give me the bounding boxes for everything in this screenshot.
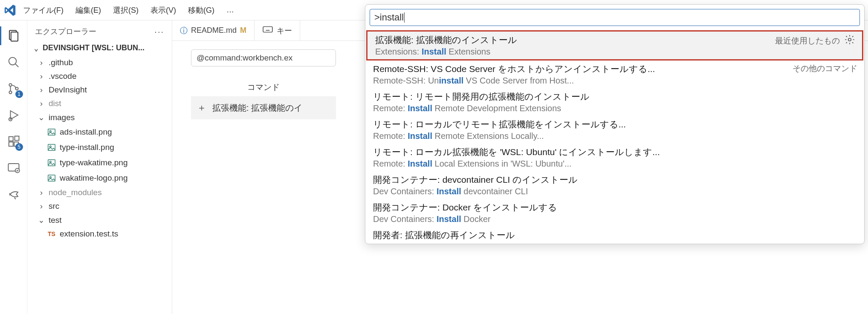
plus-icon: ＋ bbox=[197, 101, 206, 114]
chevron-right-icon: › bbox=[38, 188, 45, 197]
run-debug-icon[interactable] bbox=[6, 107, 21, 123]
tree-folder[interactable]: ›src bbox=[27, 199, 172, 213]
tree-folder[interactable]: ›.vscode bbox=[27, 69, 172, 83]
tree-folder[interactable]: ›node_modules bbox=[27, 186, 172, 199]
palette-item[interactable]: Remote-SSH: VS Code Server をホストからアンインストー… bbox=[365, 60, 864, 88]
chevron-down-icon: ⌄ bbox=[32, 43, 40, 52]
tree-file[interactable]: wakatime-logo.png bbox=[27, 170, 172, 186]
chevron-right-icon: › bbox=[38, 72, 45, 81]
palette-item-main: 開発コンテナー: devcontainer CLI のインストール bbox=[373, 174, 578, 186]
svg-rect-10 bbox=[9, 142, 13, 146]
chevron-down-icon: ⌄ bbox=[38, 112, 45, 122]
menu-select[interactable]: 選択(S) bbox=[107, 3, 145, 18]
palette-item-sub: Dev Containers: Install devcontainer CLI bbox=[373, 187, 578, 196]
share-icon[interactable] bbox=[6, 187, 21, 202]
cmd-column-header: コマンド bbox=[191, 78, 336, 96]
palette-item-right: その他のコマンド bbox=[793, 63, 857, 74]
svg-point-5 bbox=[9, 91, 12, 94]
modified-badge: M bbox=[240, 26, 246, 35]
palette-item-main: リモート: ローカル拡張機能を 'WSL: Ubuntu' にインストールします… bbox=[373, 146, 660, 158]
sidebar-section[interactable]: ⌄ DEVINSIGHT [WSL: UBUN... bbox=[27, 41, 172, 55]
tree-label: extension.test.ts bbox=[60, 229, 118, 239]
palette-item-right: 最近使用したもの bbox=[775, 34, 855, 47]
scm-badge: 1 bbox=[15, 90, 23, 98]
chevron-right-icon: › bbox=[38, 202, 45, 211]
svg-rect-21 bbox=[48, 175, 55, 181]
palette-input[interactable]: >install bbox=[370, 9, 860, 26]
palette-item[interactable]: リモート: ローカル拡張機能を 'WSL: Ubuntu' にインストールします… bbox=[365, 144, 864, 171]
palette-list: 拡張機能: 拡張機能のインストールExtensions: Install Ext… bbox=[365, 30, 864, 244]
filter-input[interactable]: @command:workbench.ex bbox=[191, 49, 336, 66]
sidebar-title: エクスプローラー bbox=[35, 26, 96, 37]
cmd-row-label: 拡張機能: 拡張機能のイ bbox=[212, 102, 302, 114]
svg-rect-23 bbox=[263, 27, 272, 32]
ts-file-icon: TS bbox=[47, 230, 56, 237]
tree-label: test bbox=[49, 216, 62, 225]
tab-label: キー bbox=[277, 26, 292, 36]
menu-file[interactable]: ファイル(F) bbox=[17, 3, 69, 18]
sidebar-section-label: DEVINSIGHT [WSL: UBUN... bbox=[43, 43, 145, 52]
palette-item-main: Remote-SSH: VS Code Server をホストからアンインストー… bbox=[373, 63, 655, 75]
palette-item[interactable]: 開発者: 拡張機能の再インストール bbox=[365, 227, 864, 244]
palette-item[interactable]: 拡張機能: 拡張機能のインストールExtensions: Install Ext… bbox=[366, 30, 863, 60]
tree-file[interactable]: ads-install.png bbox=[27, 124, 172, 140]
palette-item-main: リモート: ローカルでリモート拡張機能をインストールする... bbox=[373, 118, 626, 130]
palette-item-main: 開発コンテナー: Docker をインストールする bbox=[373, 202, 557, 213]
image-file-icon bbox=[47, 173, 56, 184]
chevron-down-icon: ⌄ bbox=[38, 215, 45, 225]
tree-file[interactable]: TSextension.test.ts bbox=[27, 227, 172, 241]
info-icon: ⓘ bbox=[180, 26, 188, 36]
tree-label: wakatime-logo.png bbox=[60, 173, 127, 183]
extensions-icon[interactable]: 5 bbox=[6, 134, 21, 149]
svg-rect-19 bbox=[48, 160, 55, 166]
tree-folder[interactable]: ›DevInsight bbox=[27, 83, 172, 97]
palette-item[interactable]: 開発コンテナー: Docker をインストールするDev Containers:… bbox=[365, 199, 864, 227]
text-cursor bbox=[404, 12, 405, 23]
palette-item-sub: Remote: Install Remote Development Exten… bbox=[373, 104, 590, 113]
chevron-right-icon: › bbox=[38, 99, 45, 108]
tree-label: DevInsight bbox=[49, 85, 87, 95]
tree-folder[interactable]: ⌄test bbox=[27, 213, 172, 227]
tree-folder[interactable]: ›.github bbox=[27, 56, 172, 69]
menu-more[interactable]: … bbox=[220, 3, 240, 17]
tree-file[interactable]: type-install.png bbox=[27, 140, 172, 155]
explorer-icon[interactable] bbox=[6, 28, 21, 43]
palette-item-main: 開発者: 拡張機能の再インストール bbox=[373, 229, 515, 241]
file-tree: ›.github ›.vscode ›DevInsight ›dist ⌄ima… bbox=[27, 55, 172, 241]
image-file-icon bbox=[47, 157, 56, 168]
tree-label: .vscode bbox=[49, 72, 76, 81]
search-icon[interactable] bbox=[6, 55, 21, 70]
gear-icon[interactable] bbox=[844, 34, 855, 47]
tree-label: dist bbox=[49, 99, 61, 108]
cmd-list-row[interactable]: ＋ 拡張機能: 拡張機能のイ bbox=[191, 96, 336, 119]
tree-label: src bbox=[49, 202, 59, 211]
palette-item[interactable]: リモート: ローカルでリモート拡張機能をインストールする...Remote: I… bbox=[365, 116, 864, 144]
tree-folder[interactable]: ⌄images bbox=[27, 110, 172, 124]
tree-folder[interactable]: ›dist bbox=[27, 97, 172, 110]
tab-label: README.md bbox=[191, 26, 237, 35]
remote-explorer-icon[interactable] bbox=[6, 160, 21, 176]
svg-point-29 bbox=[848, 38, 851, 41]
palette-item-sub: Remote: Install Local Extensions in 'WSL… bbox=[373, 159, 660, 169]
vscode-logo-icon bbox=[3, 3, 17, 17]
image-file-icon bbox=[47, 127, 56, 138]
tab-readme[interactable]: ⓘ README.md M bbox=[172, 20, 255, 40]
tab-shortcuts[interactable]: キー bbox=[255, 20, 300, 40]
palette-item-sub: Extensions: Install Extensions bbox=[375, 47, 517, 57]
palette-item[interactable]: リモート: リモート開発用の拡張機能のインストールRemote: Install… bbox=[365, 88, 864, 116]
sidebar-more-icon[interactable]: ··· bbox=[154, 27, 164, 37]
palette-item[interactable]: 開発コンテナー: devcontainer CLI のインストールDev Con… bbox=[365, 171, 864, 199]
image-file-icon bbox=[47, 142, 56, 153]
svg-rect-12 bbox=[14, 136, 19, 141]
menu-view[interactable]: 表示(V) bbox=[145, 3, 182, 18]
menu-edit[interactable]: 編集(E) bbox=[69, 3, 107, 18]
scm-icon[interactable]: 1 bbox=[6, 81, 21, 96]
tree-file[interactable]: type-wakatime.png bbox=[27, 155, 172, 170]
svg-rect-17 bbox=[48, 144, 55, 151]
palette-input-value: >install bbox=[374, 12, 404, 23]
menu-go[interactable]: 移動(G) bbox=[182, 3, 220, 18]
palette-item-sub: Remote: Install Remote Extensions Locall… bbox=[373, 131, 626, 141]
svg-rect-1 bbox=[11, 32, 17, 41]
chevron-right-icon: › bbox=[38, 58, 45, 67]
tree-label: .github bbox=[49, 58, 73, 67]
